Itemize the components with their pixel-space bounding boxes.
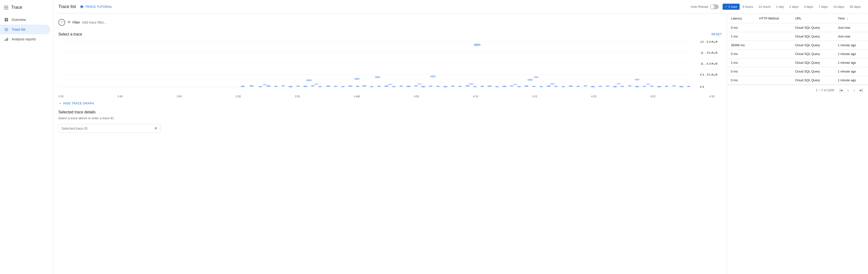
- svg-point-78: [591, 86, 595, 87]
- svg-point-44: [341, 86, 345, 87]
- svg-text:0: 0: [700, 85, 704, 88]
- svg-point-33: [258, 86, 262, 87]
- svg-point-67: [510, 85, 514, 87]
- table-row[interactable]: 1 msCloud SQL QueryJust now: [727, 32, 868, 41]
- svg-point-63: [480, 86, 484, 87]
- filter-input[interactable]: [82, 21, 722, 24]
- trace-tutorial-link[interactable]: TRACE TUTORIAL: [80, 5, 112, 9]
- last-page-button[interactable]: ▸|: [858, 87, 864, 93]
- trace-id-input[interactable]: [62, 127, 154, 131]
- svg-point-99: [388, 84, 392, 85]
- svg-rect-3: [6, 20, 8, 21]
- svg-point-82: [620, 86, 624, 87]
- table-row[interactable]: 38366 msCloud SQL Query1 minute ago: [727, 41, 868, 50]
- hide-graph-label: HIDE TRACE GRAPH: [63, 102, 94, 105]
- xaxis-label: 4:20: [591, 95, 596, 98]
- svg-point-66: [502, 86, 506, 87]
- xaxis-label: 4 AM: [354, 95, 360, 98]
- svg-rect-8: [5, 30, 5, 31]
- table-cell-http_method: [755, 23, 792, 32]
- svg-point-49: [377, 86, 381, 87]
- svg-point-64: [488, 85, 492, 87]
- svg-rect-2: [5, 20, 6, 21]
- xaxis-label: 3:55: [295, 95, 300, 98]
- trace-tutorial-label: TRACE TUTORIAL: [85, 5, 112, 8]
- table-body: 0 msCloud SQL QueryJust now1 msCloud SQL…: [727, 23, 868, 85]
- sidebar-item-trace-list[interactable]: Trace list: [0, 25, 50, 34]
- svg-point-53: [406, 86, 411, 87]
- filter-help-icon[interactable]: ?: [58, 19, 65, 26]
- table-row[interactable]: 0 msCloud SQL Query1 minute ago: [727, 50, 868, 58]
- pagination: 1 – 7 of 1000 |◂ ‹ › ▸|: [727, 85, 868, 95]
- table-cell-http_method: [755, 32, 792, 41]
- svg-point-81: [613, 86, 617, 87]
- svg-point-70: [532, 86, 536, 87]
- svg-point-25: [354, 78, 360, 80]
- filter-label[interactable]: Filter: [67, 21, 80, 24]
- time-range-6-hours[interactable]: 6 hours: [740, 4, 755, 10]
- table-cell-latency: 0 ms: [727, 23, 755, 32]
- svg-point-38: [296, 86, 300, 87]
- table-header-url: URL: [791, 13, 834, 23]
- time-range-4-days[interactable]: 4 days: [801, 4, 815, 10]
- prev-page-button[interactable]: ‹: [846, 87, 850, 93]
- svg-point-77: [584, 85, 587, 87]
- table-header-time[interactable]: Time ↓: [834, 13, 868, 23]
- svg-point-98: [550, 83, 555, 85]
- toggle-graph-button[interactable]: HIDE TRACE GRAPH: [58, 102, 722, 105]
- table-cell-url: Cloud SQL Query: [791, 67, 834, 76]
- xaxis-label: 4:05: [414, 95, 419, 98]
- time-range-7-days[interactable]: 7 days: [816, 4, 830, 10]
- svg-point-94: [468, 83, 474, 85]
- select-trace-title: Select a trace: [58, 32, 82, 36]
- selected-trace-subtitle: Select a trace above or enter a trace ID…: [58, 116, 722, 120]
- selected-trace-details-title: Selected trace details: [58, 110, 722, 114]
- svg-rect-6: [5, 29, 5, 30]
- time-range-12-hours[interactable]: 12 hours: [756, 4, 773, 10]
- table-cell-time: Just now: [834, 23, 868, 32]
- time-range-30-days[interactable]: 30 days: [847, 4, 863, 10]
- svg-point-87: [657, 86, 661, 87]
- svg-point-79: [598, 86, 602, 87]
- table-row[interactable]: 0 msCloud SQL QueryJust now: [727, 23, 868, 32]
- table-row[interactable]: 1 msCloud SQL Query1 minute ago: [727, 58, 868, 67]
- svg-point-55: [421, 86, 426, 87]
- chart-container[interactable]: 2.0M 1.5M 1.0M 0.5M 0: [58, 39, 722, 93]
- clear-input-icon[interactable]: ✕: [154, 126, 157, 131]
- overview-icon: [4, 17, 9, 22]
- time-range-1-hour[interactable]: ✓ 1 hour: [723, 4, 740, 10]
- svg-point-58: [443, 86, 447, 87]
- first-page-button[interactable]: |◂: [838, 87, 844, 93]
- svg-point-35: [274, 86, 278, 87]
- svg-point-61: [465, 85, 470, 87]
- sidebar-nav: Overview Trace list: [0, 15, 53, 44]
- sidebar-item-analysis-reports[interactable]: Analysis reports: [0, 34, 50, 44]
- svg-point-24: [306, 79, 312, 81]
- svg-point-57: [436, 86, 440, 87]
- svg-point-71: [539, 86, 543, 87]
- table-row[interactable]: 0 msCloud SQL Query1 minute ago: [727, 76, 868, 85]
- svg-point-96: [616, 83, 621, 84]
- time-range-1-day[interactable]: 1 day: [774, 4, 786, 10]
- table-header-row: LatencyHTTP MethodURLTime ↓: [727, 13, 868, 23]
- svg-point-95: [513, 84, 518, 85]
- svg-point-72: [546, 85, 551, 87]
- hamburger-icon[interactable]: [4, 6, 8, 9]
- auto-reload-label: Auto Reload: [691, 5, 708, 8]
- sidebar-item-overview[interactable]: Overview: [0, 15, 50, 25]
- reset-button[interactable]: RESET: [711, 33, 722, 36]
- svg-rect-7: [6, 29, 8, 30]
- svg-point-29: [634, 79, 640, 81]
- xaxis-label: 3:45: [177, 95, 182, 98]
- xaxis-labels: 3:353:403:453:503:554 AM4:054:104:154:20…: [58, 95, 722, 98]
- svg-point-47: [362, 85, 366, 87]
- auto-reload-toggle[interactable]: [710, 4, 719, 9]
- time-range-2-days[interactable]: 2 days: [787, 4, 801, 10]
- svg-point-88: [665, 86, 669, 87]
- table-row[interactable]: 0 msCloud SQL Query1 minute ago: [727, 67, 868, 76]
- sort-icon: ↓: [847, 17, 848, 20]
- next-page-button[interactable]: ›: [852, 87, 856, 93]
- chevron-up-icon: [58, 102, 62, 105]
- trace-chart: 2.0M 1.5M 1.0M 0.5M 0: [58, 39, 722, 93]
- time-range-14-days[interactable]: 14 days: [831, 4, 847, 10]
